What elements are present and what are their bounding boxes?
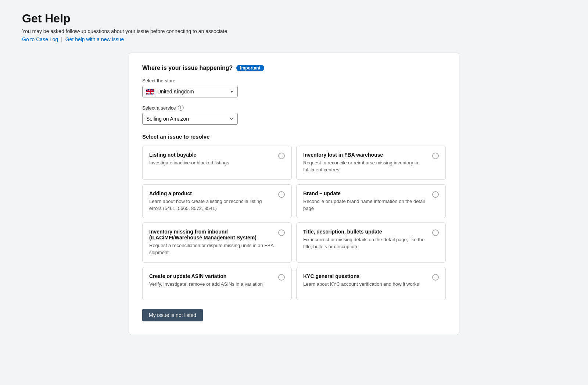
issue-content-listing-not-buyable: Listing not buyableInvestigate inactive … <box>149 152 274 167</box>
service-select[interactable]: Selling on Amazon <box>142 113 238 125</box>
issue-title-brand-update: Brand – update <box>303 190 428 196</box>
issue-card-inventory-missing-inbound[interactable]: Inventory missing from inbound (ILAC/MFI… <box>142 222 292 263</box>
issue-card-adding-product[interactable]: Adding a productLearn about how to creat… <box>142 184 292 218</box>
radio-inventory-missing-inbound[interactable] <box>278 229 285 236</box>
radio-kyc-general[interactable] <box>432 274 439 281</box>
service-select-wrapper: Selling on Amazon <box>142 113 446 125</box>
important-badge: Important <box>236 65 264 71</box>
issues-grid: Listing not buyableInvestigate inactive … <box>142 146 446 300</box>
radio-adding-product[interactable] <box>278 191 285 198</box>
store-select[interactable]: United Kingdom ▼ <box>142 86 238 97</box>
issue-desc-brand-update: Reconcile or update brand name informati… <box>303 198 428 212</box>
nav-divider: | <box>61 36 62 42</box>
issue-desc-asin-variation: Verify, investigate, remove or add ASINs… <box>149 281 274 288</box>
resolve-title: Select an issue to resolve <box>142 133 446 140</box>
issue-desc-inventory-lost-fba: Request to reconcile or reimburse missin… <box>303 160 428 174</box>
new-issue-link[interactable]: Get help with a new issue <box>65 36 124 42</box>
issue-desc-title-description-bullets: Fix incorrect or missing details on the … <box>303 236 428 250</box>
radio-asin-variation[interactable] <box>278 274 285 281</box>
issue-content-asin-variation: Create or update ASIN variationVerify, i… <box>149 273 274 288</box>
issue-card-kyc-general[interactable]: KYC general questionsLearn about KYC acc… <box>296 267 446 300</box>
issue-card-asin-variation[interactable]: Create or update ASIN variationVerify, i… <box>142 267 292 300</box>
uk-flag-icon <box>146 89 154 95</box>
issue-title-asin-variation: Create or update ASIN variation <box>149 273 274 279</box>
help-card: Where is your issue happening? Important… <box>129 53 459 335</box>
issue-content-inventory-missing-inbound: Inventory missing from inbound (ILAC/MFI… <box>149 229 274 256</box>
issue-card-title-description-bullets[interactable]: Title, description, bullets updateFix in… <box>296 222 446 263</box>
issue-content-brand-update: Brand – updateReconcile or update brand … <box>303 190 428 212</box>
issue-card-listing-not-buyable[interactable]: Listing not buyableInvestigate inactive … <box>142 146 292 180</box>
case-log-link[interactable]: Go to Case Log <box>22 36 58 42</box>
issue-content-kyc-general: KYC general questionsLearn about KYC acc… <box>303 273 428 288</box>
issue-title-adding-product: Adding a product <box>149 190 274 196</box>
store-dropdown-arrow: ▼ <box>230 90 234 94</box>
issue-card-brand-update[interactable]: Brand – updateReconcile or update brand … <box>296 184 446 218</box>
issue-content-title-description-bullets: Title, description, bullets updateFix in… <box>303 229 428 250</box>
issue-desc-kyc-general: Learn about KYC account verification and… <box>303 281 428 288</box>
radio-inventory-lost-fba[interactable] <box>432 153 439 159</box>
issue-card-inventory-lost-fba[interactable]: Inventory lost in FBA warehouseRequest t… <box>296 146 446 180</box>
issue-content-adding-product: Adding a productLearn about how to creat… <box>149 190 274 212</box>
store-value: United Kingdom <box>157 89 227 95</box>
page-title: Get Help <box>22 12 566 25</box>
radio-title-description-bullets[interactable] <box>432 229 439 236</box>
where-section-title: Where is your issue happening? Important <box>142 65 446 71</box>
issue-title-title-description-bullets: Title, description, bullets update <box>303 229 428 235</box>
store-select-wrapper: United Kingdom ▼ <box>142 86 446 97</box>
issue-desc-inventory-missing-inbound: Request a reconciliation or dispute miss… <box>149 242 274 256</box>
radio-listing-not-buyable[interactable] <box>278 153 285 159</box>
issue-desc-adding-product: Learn about how to create a listing or r… <box>149 198 274 212</box>
issue-title-inventory-lost-fba: Inventory lost in FBA warehouse <box>303 152 428 158</box>
issue-title-inventory-missing-inbound: Inventory missing from inbound (ILAC/MFI… <box>149 229 274 240</box>
issue-title-listing-not-buyable: Listing not buyable <box>149 152 274 158</box>
service-info-icon[interactable]: i <box>178 105 184 111</box>
issue-desc-listing-not-buyable: Investigate inactive or blocked listings <box>149 160 274 167</box>
store-label: Select the store <box>142 78 446 83</box>
issue-title-kyc-general: KYC general questions <box>303 273 428 279</box>
service-label: Select a service i <box>142 105 446 111</box>
radio-brand-update[interactable] <box>432 191 439 198</box>
not-listed-button[interactable]: My issue is not listed <box>142 309 203 321</box>
issue-content-inventory-lost-fba: Inventory lost in FBA warehouseRequest t… <box>303 152 428 174</box>
page-subtitle: You may be asked follow-up questions abo… <box>22 28 566 34</box>
